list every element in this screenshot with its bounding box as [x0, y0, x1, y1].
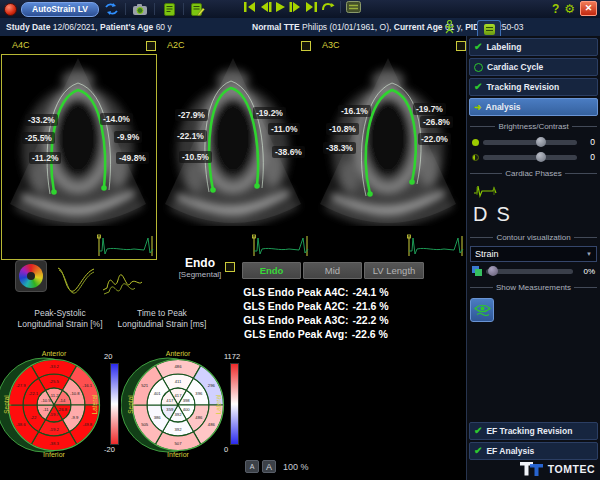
step-forward-button[interactable]	[289, 1, 302, 13]
svg-text:392: 392	[175, 412, 183, 417]
view-checkbox-a4c[interactable]	[146, 41, 156, 51]
strain-value-label: -11.0%	[268, 123, 300, 135]
step-label: Labeling	[486, 42, 521, 52]
panel-step-cardiac-cycle[interactable]: Cardiac Cycle	[469, 58, 598, 76]
check-icon: ✔	[474, 446, 482, 456]
svg-text:417: 417	[175, 393, 183, 398]
panel-step-labeling[interactable]: ✔Labeling	[469, 38, 598, 56]
svg-text:392: 392	[175, 427, 183, 432]
phase-s-label[interactable]: S	[496, 203, 509, 225]
colorbar-max-strain: 20	[104, 352, 112, 361]
show-measurements-button[interactable]	[470, 298, 494, 322]
contrast-slider-thumb[interactable]	[536, 152, 546, 162]
colormap-wheel-button[interactable]	[15, 260, 47, 292]
panel-step-analysis[interactable]: ➜Analysis	[469, 98, 598, 116]
clip-layout-icon[interactable]	[346, 1, 361, 13]
step-label: Tracking Revision	[486, 82, 559, 92]
tomtec-logo-text: TOMTEC	[548, 463, 595, 475]
gls-results: GLS Endo Peak A4C:-24.1 %GLS Endo Peak A…	[226, 286, 406, 342]
layer-button-lv-length[interactable]: LV Length	[364, 262, 424, 279]
gls-row: GLS Endo Peak A4C:-24.1 %	[226, 286, 406, 300]
colorbar-max-time: 1172	[224, 352, 240, 361]
font-increase-button[interactable]: A	[262, 460, 276, 473]
app-title-button[interactable]: AutoStrain LV	[21, 2, 99, 17]
ecg-strip-a3c[interactable]	[406, 234, 466, 258]
gls-row: GLS Endo Peak Avg:-22.6 %	[226, 328, 406, 342]
loop-button[interactable]	[321, 1, 335, 13]
ecg-strip-a2c[interactable]	[251, 234, 311, 258]
camera-icon[interactable]	[132, 2, 148, 16]
svg-text:359: 359	[166, 407, 174, 412]
strain-value-label: -25.5%	[22, 132, 55, 144]
toolbar-separator	[125, 3, 126, 15]
toolbar-separator	[154, 3, 155, 15]
contour-mode-value: Strain	[475, 249, 499, 259]
contour-opacity-row: 0%	[472, 265, 595, 277]
view-checkbox-a2c[interactable]	[301, 41, 311, 51]
strain-value-label: -14.0%	[100, 113, 133, 125]
strain-value-label: -19.7%	[413, 103, 446, 115]
ecg-strip-a4c[interactable]	[96, 234, 156, 258]
strain-value-label: -11.2%	[29, 152, 61, 164]
step-label: Cardiac Cycle	[487, 62, 543, 72]
record-icon[interactable]	[4, 3, 17, 16]
strain-value-label: -33.2%	[25, 114, 58, 126]
right-plot-caption: Time to Peak Longitudinal Strain [ms]	[107, 308, 217, 330]
brightness-icon	[472, 139, 479, 146]
ef-step-ef-tracking-revision[interactable]: ✔EF Tracking Revision	[469, 422, 598, 440]
report-edit-icon[interactable]	[190, 2, 206, 16]
autostrain-window: AutoStrain LV	[0, 0, 600, 480]
analysis-panel-tab[interactable]	[477, 20, 501, 37]
phase-d-label[interactable]: D	[473, 203, 487, 225]
step-back-button[interactable]	[259, 1, 272, 13]
font-decrease-button[interactable]: A	[245, 460, 259, 473]
ef-step-ef-analysis[interactable]: ✔EF Analysis	[469, 442, 598, 460]
contrast-slider-row: 0	[472, 151, 595, 163]
brightness-slider-row: 0	[472, 136, 595, 148]
help-button[interactable]: ?	[552, 2, 559, 16]
bullseye-plot-strain: -11.2-14-26.8-19.7-11-10.5-25.5-10.8-9.9…	[0, 351, 105, 459]
close-button[interactable]: ✕	[580, 1, 597, 16]
bullseye-label-right-strain: Lateral	[91, 385, 98, 425]
svg-text:-11: -11	[43, 407, 49, 412]
settings-gear-icon[interactable]: ⚙	[564, 3, 575, 15]
contour-opacity-thumb[interactable]	[488, 266, 498, 276]
step-label: Analysis	[486, 102, 521, 112]
skip-end-button[interactable]	[305, 1, 318, 13]
svg-text:521: 521	[141, 383, 149, 388]
contrast-slider[interactable]	[483, 155, 577, 160]
patient-infobar: Study Date 12/06/2021, Patient's Age 60 …	[0, 18, 600, 36]
svg-text:-10.8: -10.8	[70, 391, 80, 396]
left-plot-caption: Peak-Systolic Longitudinal Strain [%]	[5, 308, 115, 330]
colorbar-min-strain: -20	[104, 445, 115, 454]
svg-text:486: 486	[195, 415, 203, 420]
layer-button-mid[interactable]: Mid	[303, 262, 362, 279]
mode-checkbox[interactable]	[225, 262, 235, 272]
brightness-slider[interactable]	[483, 140, 577, 145]
layer-button-endo[interactable]: Endo	[242, 262, 301, 279]
view-checkbox-a3c[interactable]	[456, 41, 466, 51]
svg-text:-19.7: -19.7	[49, 412, 59, 417]
play-button[interactable]	[275, 1, 286, 13]
ecg-phases-icon[interactable]	[473, 183, 497, 199]
patient-age-value: 60 y	[156, 22, 172, 32]
contour-mode-dropdown[interactable]: Strain ▼	[470, 246, 597, 262]
panel-step-tracking-revision[interactable]: ✔Tracking Revision	[469, 78, 598, 96]
study-date-value: 12/06/2021,	[53, 22, 98, 32]
mode-title-text: Endo	[168, 256, 232, 270]
brightness-slider-thumb[interactable]	[536, 137, 546, 147]
bullseye-label-left-strain: Septal	[3, 385, 10, 425]
playback-controls	[243, 1, 361, 13]
swap-views-icon[interactable]	[103, 2, 119, 16]
colorbar-time	[230, 363, 239, 445]
report-icon[interactable]	[161, 2, 177, 16]
gls-value: -24.1 %	[353, 286, 389, 300]
svg-text:-22.1: -22.1	[28, 391, 38, 396]
tomtec-logo-icon	[520, 462, 544, 476]
toolbar-separator	[340, 1, 341, 13]
skip-start-button[interactable]	[243, 1, 256, 13]
gls-row: GLS Endo Peak A3C:-22.2 %	[226, 314, 406, 328]
strain-value-label: -10.8%	[326, 123, 359, 135]
contour-opacity-slider[interactable]	[486, 269, 573, 274]
svg-text:-33.2: -33.2	[49, 364, 59, 369]
